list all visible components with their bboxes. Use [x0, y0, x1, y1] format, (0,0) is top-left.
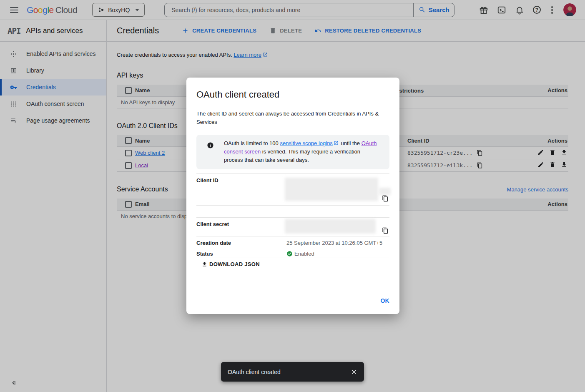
notice-text-2: until the: [339, 140, 362, 146]
status-row: Status Enabled: [196, 247, 389, 257]
google-cloud-console: GoogleCloud BoxyHQ Search (/) for resour…: [0, 0, 585, 392]
download-json-button[interactable]: DOWNLOAD JSON: [201, 261, 260, 267]
sensitive-scope-logins-link[interactable]: sensitive scope logins: [280, 140, 332, 146]
dialog-title: OAuth client created: [196, 89, 389, 100]
status-badge: Enabled: [294, 251, 314, 257]
client-id-redacted: [285, 178, 378, 201]
info-icon: [207, 142, 214, 149]
oauth-limit-notice: OAuth is limited to 100 sensitive scope …: [196, 135, 389, 169]
client-secret-redacted: [285, 219, 376, 234]
credential-details: Client ID Client secret Creation date 25…: [196, 173, 389, 257]
client-secret-label: Client secret: [196, 218, 286, 236]
copy-icon[interactable]: [382, 195, 389, 202]
creation-date-value: 25 September 2023 at 10:26:05 GMT+5: [286, 236, 389, 247]
client-id-redacted: [379, 188, 391, 195]
oauth-client-created-dialog: OAuth client created The client ID and s…: [186, 78, 399, 314]
notice-text-1: OAuth is limited to 100: [224, 140, 280, 146]
snackbar: OAuth client created: [221, 362, 364, 382]
creation-date-row: Creation date 25 September 2023 at 10:26…: [196, 236, 389, 247]
download-json-label: DOWNLOAD JSON: [209, 261, 260, 267]
check-circle-icon: [286, 251, 293, 257]
client-secret-row: Client secret: [196, 217, 389, 236]
copy-icon[interactable]: [382, 227, 389, 234]
snackbar-message: OAuth client created: [228, 369, 281, 375]
dialog-description: The client ID and secret can always be a…: [196, 110, 383, 126]
creation-date-label: Creation date: [196, 236, 286, 247]
ok-button[interactable]: OK: [380, 297, 389, 304]
status-label: Status: [196, 247, 286, 257]
close-icon[interactable]: [351, 369, 357, 375]
client-id-label: Client ID: [196, 174, 286, 205]
spacer-row: [196, 205, 389, 217]
client-id-row: Client ID: [196, 173, 389, 205]
external-link-icon: [334, 141, 339, 146]
download-icon: [201, 261, 208, 267]
